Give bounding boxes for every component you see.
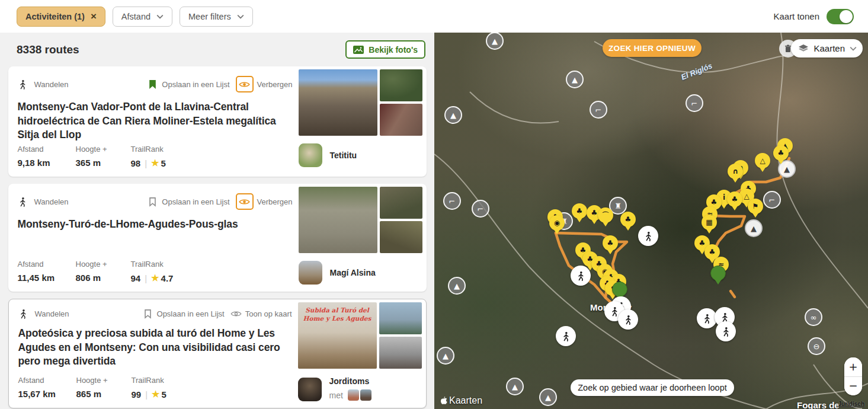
- zoom-in-button[interactable]: +: [844, 357, 862, 376]
- eye-icon-highlighted[interactable]: [236, 76, 254, 92]
- rating-value: 5: [161, 158, 166, 168]
- hide-route-button[interactable]: Verbergen: [236, 193, 293, 210]
- tree-marker-icon[interactable]: ♣: [572, 203, 587, 222]
- hiking-icon: [18, 197, 28, 207]
- hide-route-button[interactable]: Verbergen: [236, 76, 293, 92]
- show-on-map-button[interactable]: Toon op kaart: [230, 309, 292, 318]
- save-to-list-button[interactable]: Opslaan in een Lijst: [148, 79, 229, 90]
- save-to-list-button[interactable]: Opslaan in een Lijst: [143, 309, 225, 319]
- tree-marker-icon[interactable]: ♣: [603, 235, 618, 254]
- walker-marker-icon[interactable]: [556, 326, 576, 346]
- trailrank-value: 98: [131, 158, 141, 168]
- tree-marker-icon[interactable]: ♣: [620, 212, 636, 231]
- author-avatar[interactable]: [299, 261, 322, 285]
- cone-marker-icon[interactable]: △: [755, 153, 770, 172]
- distance-filter-label: Afstand: [121, 12, 150, 21]
- eye-icon: [230, 310, 242, 318]
- building-marker-icon[interactable]: ▦: [702, 215, 717, 234]
- route-photo-small[interactable]: [379, 302, 422, 334]
- author-name[interactable]: Tetititu: [330, 151, 357, 160]
- legal-link[interactable]: Juridisch: [838, 401, 864, 407]
- route-card[interactable]: Wandelen Opslaan in een Lijst Verbergen: [8, 66, 427, 177]
- arch-marker-icon[interactable]: ∩: [728, 164, 743, 183]
- walker-marker-icon[interactable]: [618, 309, 638, 330]
- results-count: 8338 routes: [17, 43, 79, 56]
- tree-marker-icon[interactable]: ♣: [727, 191, 742, 210]
- map[interactable]: El RiglósMontsenyFogars de ▲▲▲⌐⌐⌐⌐♜♜⌐▲▲▲…: [434, 33, 868, 409]
- route-photo-main[interactable]: [299, 187, 377, 253]
- more-filters-dropdown[interactable]: Meer filters: [180, 7, 253, 27]
- route-photo-main[interactable]: Subida al Turó del Home y Les Agudes: [298, 302, 377, 369]
- faucet-marker-icon[interactable]: ⌐: [472, 200, 489, 218]
- map-zoom-control: + −: [844, 357, 862, 395]
- start-marker-icon[interactable]: [710, 266, 726, 285]
- author-avatar[interactable]: [299, 143, 322, 167]
- map-toggle-label: Kaart tonen: [773, 11, 819, 21]
- search-area-button[interactable]: Zoek op gebied waar je doorheen loopt: [571, 379, 734, 396]
- route-photo-small[interactable]: [380, 69, 422, 101]
- walker-marker-icon[interactable]: [716, 321, 736, 341]
- flag-marker-icon[interactable]: ⚑: [748, 199, 763, 218]
- companion-avatar[interactable]: [359, 388, 373, 402]
- bookmark-icon-saved: [148, 79, 157, 90]
- trailrank-label: TrailRank: [131, 260, 174, 269]
- bridge-marker-icon[interactable]: ⌒: [598, 207, 613, 226]
- walker-marker-icon[interactable]: [697, 308, 717, 328]
- photo-icon: [353, 46, 364, 54]
- camera-marker-icon[interactable]: ◉: [549, 215, 565, 234]
- author-name[interactable]: Magí Alsina: [330, 268, 376, 277]
- search-here-again-button[interactable]: ZOEK HIER OPNIEUW: [603, 39, 702, 57]
- peak-marker-icon[interactable]: ▲: [444, 106, 462, 124]
- map-toggle-switch[interactable]: [827, 9, 854, 24]
- results-panel: 8338 routes Bekijk foto's Wandelen: [0, 33, 434, 409]
- route-title[interactable]: Montseny-Can Vador-Pont de la Llavina-Ce…: [18, 100, 293, 142]
- peak-marker-icon[interactable]: ▲: [486, 33, 504, 50]
- peak-marker-icon[interactable]: ▲: [539, 388, 557, 406]
- peak-marker-icon[interactable]: ▲: [506, 378, 524, 395]
- peak-marker-icon[interactable]: ▲: [448, 277, 466, 295]
- wikiloc-route-search-page: Activiteiten (1) × Afstand Meer filters …: [0, 0, 868, 409]
- save-to-list-button[interactable]: Opslaan in een Lijst: [148, 197, 229, 207]
- remove-filter-icon[interactable]: ×: [91, 11, 97, 23]
- elevation-label: Hoogte +: [76, 145, 131, 154]
- route-photo-small[interactable]: [380, 104, 422, 136]
- faucet-marker-icon[interactable]: ⌐: [763, 191, 781, 209]
- tree-marker-icon[interactable]: ♣: [773, 145, 789, 164]
- chevron-down-icon: [850, 46, 857, 51]
- distance-value: 11,45 km: [18, 273, 76, 283]
- peak-marker-icon[interactable]: ▲: [566, 71, 584, 88]
- faucet-marker-icon[interactable]: ⌐: [590, 101, 607, 119]
- peak-marker-icon[interactable]: ▲: [437, 347, 454, 365]
- route-photo-small[interactable]: [379, 337, 422, 369]
- elevation-value: 806 m: [76, 273, 131, 283]
- bookmark-icon: [143, 309, 152, 319]
- author-name[interactable]: Jorditoms: [329, 376, 373, 386]
- distance-filter-dropdown[interactable]: Afstand: [113, 7, 172, 27]
- route-title[interactable]: Montseny-Turó-de-LHome-Agudes-Pous-glas: [18, 218, 293, 232]
- faucet-marker-icon[interactable]: ⌐: [443, 192, 461, 210]
- binoculars-marker-icon[interactable]: ∞: [805, 308, 822, 326]
- trailrank-label: TrailRank: [132, 376, 166, 385]
- peak-marker-icon[interactable]: ▲: [745, 219, 763, 237]
- route-photo-main[interactable]: [299, 69, 377, 136]
- faucet-marker-icon[interactable]: ⌐: [686, 94, 703, 112]
- walker-marker-icon[interactable]: [638, 226, 658, 246]
- companion-avatar[interactable]: [347, 388, 360, 402]
- route-photo-small[interactable]: [380, 221, 422, 253]
- eye-icon-highlighted[interactable]: [236, 193, 254, 210]
- route-title[interactable]: Apoteósica y preciosa subida al turó del…: [18, 327, 292, 369]
- layers-icon: [798, 44, 809, 53]
- map-layers-button[interactable]: Kaarten: [791, 39, 863, 57]
- author-avatar[interactable]: [298, 378, 322, 401]
- activities-filter-chip[interactable]: Activiteiten (1) ×: [17, 7, 105, 27]
- route-photo-small[interactable]: [380, 187, 422, 219]
- zoom-out-button[interactable]: −: [844, 377, 862, 396]
- view-photos-button[interactable]: Bekijk foto's: [345, 40, 425, 59]
- route-card[interactable]: Wandelen Opslaan in een Lijst Verbergen: [8, 184, 427, 292]
- route-card[interactable]: Wandelen Opslaan in een Lijst Toon op ka…: [8, 299, 427, 408]
- tunnel-marker-icon[interactable]: ⊖: [808, 337, 825, 355]
- star-icon: ★: [152, 389, 159, 400]
- walker-marker-icon[interactable]: [571, 266, 591, 286]
- star-icon: ★: [151, 158, 159, 168]
- hiking-icon: [18, 79, 28, 90]
